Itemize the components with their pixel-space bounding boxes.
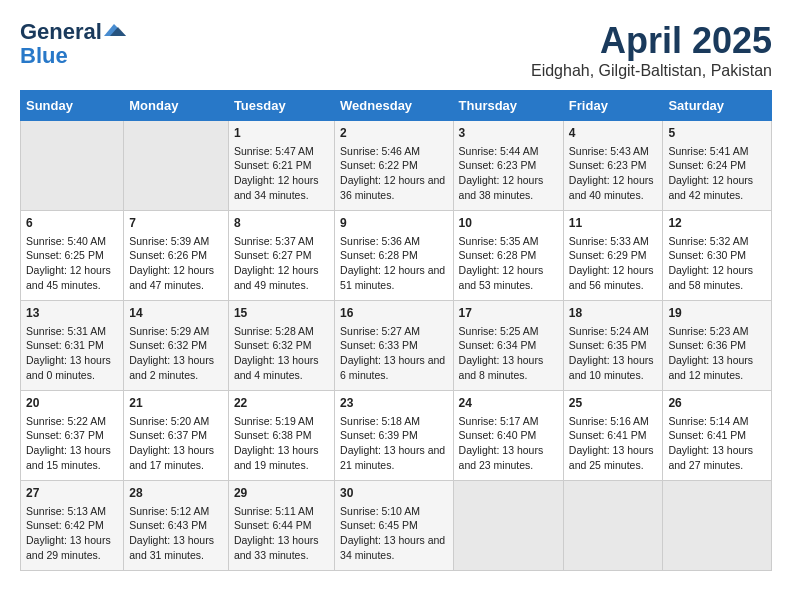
cell-content: 18Sunrise: 5:24 AMSunset: 6:35 PMDayligh…: [569, 305, 658, 383]
sunrise: Sunrise: 5:47 AM: [234, 144, 329, 159]
sunrise: Sunrise: 5:19 AM: [234, 414, 329, 429]
calendar-cell: 12Sunrise: 5:32 AMSunset: 6:30 PMDayligh…: [663, 211, 772, 301]
day-number: 2: [340, 125, 447, 142]
daylight: Daylight: 13 hours and 17 minutes.: [129, 443, 223, 472]
sunset: Sunset: 6:37 PM: [129, 428, 223, 443]
sunrise: Sunrise: 5:23 AM: [668, 324, 766, 339]
sunrise: Sunrise: 5:13 AM: [26, 504, 118, 519]
day-number: 8: [234, 215, 329, 232]
cell-content: 12Sunrise: 5:32 AMSunset: 6:30 PMDayligh…: [668, 215, 766, 293]
sunrise: Sunrise: 5:32 AM: [668, 234, 766, 249]
daylight: Daylight: 12 hours and 40 minutes.: [569, 173, 658, 202]
daylight: Daylight: 12 hours and 38 minutes.: [459, 173, 558, 202]
day-number: 30: [340, 485, 447, 502]
daylight: Daylight: 12 hours and 56 minutes.: [569, 263, 658, 292]
sunset: Sunset: 6:34 PM: [459, 338, 558, 353]
daylight: Daylight: 12 hours and 47 minutes.: [129, 263, 223, 292]
calendar-cell: 8Sunrise: 5:37 AMSunset: 6:27 PMDaylight…: [228, 211, 334, 301]
header-saturday: Saturday: [663, 91, 772, 121]
day-number: 19: [668, 305, 766, 322]
day-number: 10: [459, 215, 558, 232]
calendar-cell: 22Sunrise: 5:19 AMSunset: 6:38 PMDayligh…: [228, 391, 334, 481]
day-number: 11: [569, 215, 658, 232]
calendar-header-row: SundayMondayTuesdayWednesdayThursdayFrid…: [21, 91, 772, 121]
day-number: 23: [340, 395, 447, 412]
cell-content: 7Sunrise: 5:39 AMSunset: 6:26 PMDaylight…: [129, 215, 223, 293]
sunrise: Sunrise: 5:25 AM: [459, 324, 558, 339]
cell-content: 15Sunrise: 5:28 AMSunset: 6:32 PMDayligh…: [234, 305, 329, 383]
title-block: April 2025 Eidghah, Gilgit-Baltistan, Pa…: [531, 20, 772, 80]
cell-content: 26Sunrise: 5:14 AMSunset: 6:41 PMDayligh…: [668, 395, 766, 473]
daylight: Daylight: 13 hours and 34 minutes.: [340, 533, 447, 562]
sunset: Sunset: 6:40 PM: [459, 428, 558, 443]
cell-content: 19Sunrise: 5:23 AMSunset: 6:36 PMDayligh…: [668, 305, 766, 383]
sunset: Sunset: 6:39 PM: [340, 428, 447, 443]
logo-icon: [104, 22, 126, 38]
daylight: Daylight: 12 hours and 45 minutes.: [26, 263, 118, 292]
sunset: Sunset: 6:23 PM: [569, 158, 658, 173]
sunrise: Sunrise: 5:24 AM: [569, 324, 658, 339]
day-number: 17: [459, 305, 558, 322]
sunset: Sunset: 6:45 PM: [340, 518, 447, 533]
calendar-cell: 17Sunrise: 5:25 AMSunset: 6:34 PMDayligh…: [453, 301, 563, 391]
cell-content: 4Sunrise: 5:43 AMSunset: 6:23 PMDaylight…: [569, 125, 658, 203]
cell-content: 2Sunrise: 5:46 AMSunset: 6:22 PMDaylight…: [340, 125, 447, 203]
day-number: 1: [234, 125, 329, 142]
header-wednesday: Wednesday: [335, 91, 453, 121]
calendar-cell: 27Sunrise: 5:13 AMSunset: 6:42 PMDayligh…: [21, 481, 124, 571]
cell-content: 6Sunrise: 5:40 AMSunset: 6:25 PMDaylight…: [26, 215, 118, 293]
sunset: Sunset: 6:28 PM: [340, 248, 447, 263]
cell-content: 30Sunrise: 5:10 AMSunset: 6:45 PMDayligh…: [340, 485, 447, 563]
calendar-cell: 30Sunrise: 5:10 AMSunset: 6:45 PMDayligh…: [335, 481, 453, 571]
day-number: 28: [129, 485, 223, 502]
day-number: 7: [129, 215, 223, 232]
daylight: Daylight: 13 hours and 4 minutes.: [234, 353, 329, 382]
daylight: Daylight: 12 hours and 49 minutes.: [234, 263, 329, 292]
sunset: Sunset: 6:43 PM: [129, 518, 223, 533]
day-number: 27: [26, 485, 118, 502]
calendar-cell: 2Sunrise: 5:46 AMSunset: 6:22 PMDaylight…: [335, 121, 453, 211]
cell-content: 1Sunrise: 5:47 AMSunset: 6:21 PMDaylight…: [234, 125, 329, 203]
daylight: Daylight: 12 hours and 34 minutes.: [234, 173, 329, 202]
calendar-cell: [453, 481, 563, 571]
daylight: Daylight: 12 hours and 58 minutes.: [668, 263, 766, 292]
day-number: 3: [459, 125, 558, 142]
header-friday: Friday: [563, 91, 663, 121]
calendar-cell: 20Sunrise: 5:22 AMSunset: 6:37 PMDayligh…: [21, 391, 124, 481]
day-number: 5: [668, 125, 766, 142]
calendar-cell: 11Sunrise: 5:33 AMSunset: 6:29 PMDayligh…: [563, 211, 663, 301]
sunset: Sunset: 6:38 PM: [234, 428, 329, 443]
sunset: Sunset: 6:32 PM: [129, 338, 223, 353]
daylight: Daylight: 12 hours and 51 minutes.: [340, 263, 447, 292]
logo-blue: Blue: [20, 44, 68, 68]
day-number: 18: [569, 305, 658, 322]
cell-content: 8Sunrise: 5:37 AMSunset: 6:27 PMDaylight…: [234, 215, 329, 293]
cell-content: 27Sunrise: 5:13 AMSunset: 6:42 PMDayligh…: [26, 485, 118, 563]
cell-content: 10Sunrise: 5:35 AMSunset: 6:28 PMDayligh…: [459, 215, 558, 293]
daylight: Daylight: 13 hours and 27 minutes.: [668, 443, 766, 472]
cell-content: 29Sunrise: 5:11 AMSunset: 6:44 PMDayligh…: [234, 485, 329, 563]
sunset: Sunset: 6:28 PM: [459, 248, 558, 263]
week-row-2: 6Sunrise: 5:40 AMSunset: 6:25 PMDaylight…: [21, 211, 772, 301]
sunrise: Sunrise: 5:16 AM: [569, 414, 658, 429]
sunrise: Sunrise: 5:35 AM: [459, 234, 558, 249]
calendar-cell: 24Sunrise: 5:17 AMSunset: 6:40 PMDayligh…: [453, 391, 563, 481]
cell-content: 16Sunrise: 5:27 AMSunset: 6:33 PMDayligh…: [340, 305, 447, 383]
day-number: 21: [129, 395, 223, 412]
daylight: Daylight: 12 hours and 36 minutes.: [340, 173, 447, 202]
day-number: 25: [569, 395, 658, 412]
day-number: 26: [668, 395, 766, 412]
sunset: Sunset: 6:32 PM: [234, 338, 329, 353]
day-number: 15: [234, 305, 329, 322]
sunset: Sunset: 6:25 PM: [26, 248, 118, 263]
sunrise: Sunrise: 5:18 AM: [340, 414, 447, 429]
sunset: Sunset: 6:35 PM: [569, 338, 658, 353]
sunset: Sunset: 6:36 PM: [668, 338, 766, 353]
daylight: Daylight: 13 hours and 6 minutes.: [340, 353, 447, 382]
daylight: Daylight: 13 hours and 31 minutes.: [129, 533, 223, 562]
cell-content: 5Sunrise: 5:41 AMSunset: 6:24 PMDaylight…: [668, 125, 766, 203]
sunrise: Sunrise: 5:31 AM: [26, 324, 118, 339]
sunset: Sunset: 6:42 PM: [26, 518, 118, 533]
calendar-cell: 16Sunrise: 5:27 AMSunset: 6:33 PMDayligh…: [335, 301, 453, 391]
day-number: 24: [459, 395, 558, 412]
